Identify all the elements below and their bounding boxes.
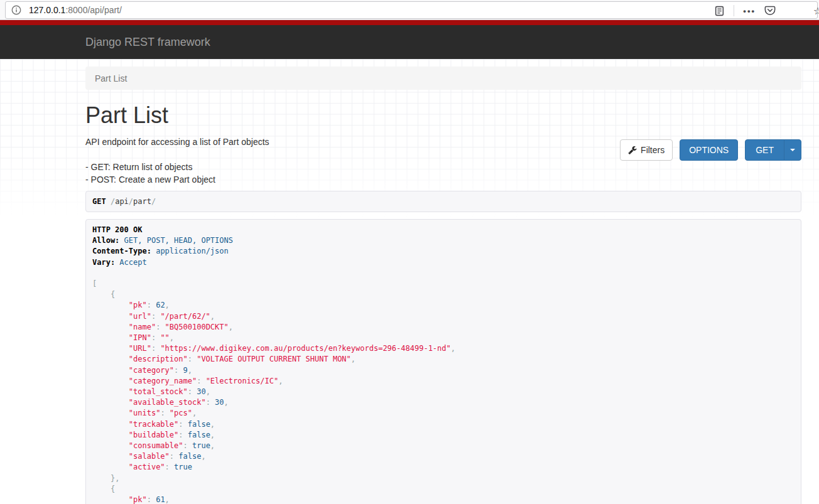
- get-button[interactable]: GET: [745, 139, 784, 161]
- content-container: Part List Part List Filters OPTIONS GET …: [85, 67, 801, 504]
- response-body: HTTP 200 OK Allow: GET, POST, HEAD, OPTI…: [85, 219, 801, 504]
- note-post: - POST: Create a new Part object: [85, 173, 801, 186]
- pocket-icon[interactable]: [764, 5, 776, 16]
- toolbar-separator: [734, 5, 734, 16]
- page-actions-icon[interactable]: •••: [743, 6, 756, 16]
- breadcrumb: Part List: [85, 67, 801, 90]
- theme-accent-bar: [0, 20, 819, 25]
- url-path: :8000/api/part/: [65, 5, 122, 15]
- breadcrumb-current: Part List: [95, 73, 127, 83]
- url-text: 127.0.0.1:8000/api/part/: [29, 5, 122, 15]
- navbar-brand[interactable]: Django REST framework: [85, 25, 210, 59]
- filters-label: Filters: [641, 145, 664, 155]
- action-buttons: Filters OPTIONS GET: [620, 139, 801, 161]
- filters-button[interactable]: Filters: [620, 139, 673, 161]
- reader-mode-icon[interactable]: [714, 6, 725, 16]
- address-bar[interactable]: 127.0.0.1:8000/api/part/ ••• ☆: [5, 1, 818, 19]
- bookmark-star-icon[interactable]: ☆: [813, 5, 819, 17]
- get-dropdown-button[interactable]: [784, 139, 801, 161]
- url-domain: 127.0.0.1: [29, 5, 65, 15]
- site-info-icon[interactable]: [11, 5, 21, 15]
- wrench-icon: [628, 146, 637, 154]
- get-split-button: GET: [745, 139, 801, 161]
- browser-toolbar: 127.0.0.1:8000/api/part/ ••• ☆: [0, 0, 819, 20]
- app-navbar: Django REST framework: [0, 25, 819, 59]
- page-title: Part List: [85, 104, 801, 127]
- note-get: - GET: Return list of objects: [85, 161, 801, 173]
- options-button[interactable]: OPTIONS: [680, 139, 738, 161]
- endpoint-notes: - GET: Return list of objects - POST: Cr…: [85, 161, 801, 186]
- request-line: GET /api/part/: [85, 191, 801, 212]
- chevron-down-icon: [790, 149, 795, 151]
